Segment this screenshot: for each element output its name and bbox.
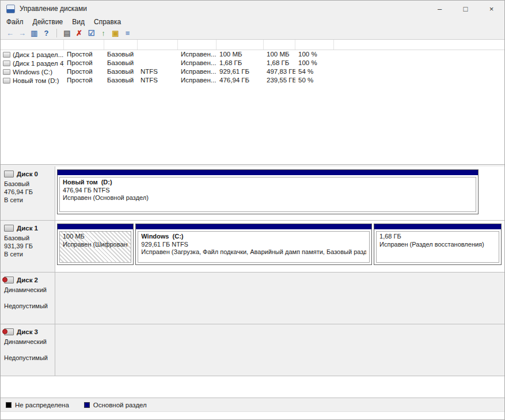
minimize-button[interactable]: – — [427, 1, 453, 17]
column-header[interactable] — [295, 40, 334, 50]
partition-text-line: Исправен (Загрузка, Файл подкачки, Авари… — [141, 248, 366, 256]
menu-item[interactable]: Справка — [89, 17, 126, 27]
cell-volume: (Диск 1 раздел 4) — [1, 59, 64, 67]
disk-row: Диск 0 Базовый 476,94 ГБ В сети Новый то… — [1, 167, 504, 221]
table-row[interactable]: Windows (C:) Простой Базовый NTFS Исправ… — [1, 67, 504, 76]
help-icon[interactable]: ? — [40, 28, 52, 39]
cell-capacity: 929,61 ГБ — [217, 67, 264, 76]
cell-status: Исправен... — [178, 50, 217, 59]
disk-status: Недопустимый — [4, 302, 52, 310]
extend-volume-icon[interactable]: ↑ — [97, 28, 109, 39]
legend-swatch — [84, 402, 90, 408]
disk-status: Недопустимый — [4, 354, 52, 362]
disk-list: Диск 0 Базовый 476,94 ГБ В сети Новый то… — [1, 167, 504, 376]
cell-volume: Windows (C:) — [1, 67, 64, 76]
cell-free-pct: 54 % — [295, 67, 334, 76]
cell-status: Исправен... — [178, 76, 217, 85]
disk-name: Диск 0 — [17, 171, 38, 177]
view-list-icon[interactable]: ≡ — [121, 28, 134, 39]
partition-band — [136, 224, 371, 229]
disk-kind: Динамический — [4, 338, 52, 346]
disk-info[interactable]: Диск 2 Динамический Недопустимый — [1, 273, 55, 324]
column-header[interactable] — [217, 40, 264, 50]
partition[interactable]: Windows (C:)929,61 ГБ NTFSИсправен (Загр… — [135, 224, 372, 265]
partition-text-line: Windows (C:) — [141, 233, 366, 241]
cell-capacity: 1,68 ГБ — [217, 59, 264, 67]
disk-info[interactable]: Диск 3 Динамический Недопустимый — [1, 324, 55, 376]
partition-band — [374, 224, 501, 229]
disk-icon — [4, 171, 14, 177]
cell-filesystem — [138, 50, 178, 59]
cell-volume: (Диск 1 раздел... — [1, 50, 64, 59]
disk-size: 931,39 ГБ — [4, 242, 52, 250]
partition[interactable]: 1,68 ГБИсправен (Раздел восстановления) — [374, 224, 502, 265]
title-bar[interactable]: Управление дисками – □ × — [1, 1, 504, 17]
volume-name: Новый том (D:) — [13, 77, 59, 84]
column-header[interactable] — [104, 40, 138, 50]
disk-info[interactable]: Диск 1 Базовый 931,39 ГБ В сети — [1, 221, 55, 272]
change-drive-letter-icon[interactable]: ▣ — [109, 28, 121, 39]
column-header[interactable] — [178, 40, 217, 50]
partition-lines: 100 МБИсправен (Шифрованный — [59, 231, 131, 263]
column-header[interactable] — [1, 40, 64, 50]
console-tree-icon[interactable]: ▥ — [28, 28, 40, 39]
toolbar-group-2: ▤✗☑↑▣≡ — [61, 28, 134, 39]
disk-name-row: Диск 3 — [4, 328, 52, 335]
maximize-button[interactable]: □ — [453, 1, 479, 17]
legend-bar: Не распределена Основной раздел — [1, 398, 504, 411]
cell-filesystem — [138, 59, 178, 67]
table-row[interactable]: Новый том (D:) Простой Базовый NTFS Испр… — [1, 76, 504, 85]
disk-row: Диск 1 Базовый 931,39 ГБ В сети 100 МБИс… — [1, 221, 504, 273]
partition-lines: 1,68 ГБИсправен (Раздел восстановления) — [376, 231, 499, 263]
column-header[interactable] — [138, 40, 178, 50]
disk-size — [4, 346, 52, 354]
disk-kind: Базовый — [4, 180, 52, 188]
close-button[interactable]: × — [479, 1, 504, 17]
partition[interactable]: 100 МБИсправен (Шифрованный — [57, 224, 134, 265]
back-icon[interactable]: ← — [4, 28, 16, 39]
table-row[interactable]: (Диск 1 раздел... Простой Базовый Исправ… — [1, 50, 504, 59]
disk-icon — [4, 277, 14, 283]
cell-free: 497,83 ГБ — [264, 67, 295, 76]
cell-layout: Простой — [64, 67, 104, 76]
menu-item[interactable]: Файл — [2, 17, 28, 27]
cell-capacity: 476,94 ГБ — [217, 76, 264, 85]
volume-table: (Диск 1 раздел... Простой Базовый Исправ… — [1, 40, 504, 164]
partition-lines: Новый том (D:)476,94 ГБ NTFSИсправен (Ос… — [59, 177, 476, 212]
properties-dialog-icon[interactable]: ▤ — [61, 28, 73, 39]
partition[interactable]: Новый том (D:)476,94 ГБ NTFSИсправен (Ос… — [57, 169, 479, 214]
delete-volume-icon[interactable]: ✗ — [73, 28, 85, 39]
menu-item[interactable]: Действие — [28, 17, 68, 27]
cell-free-pct: 100 % — [295, 59, 334, 67]
column-header[interactable] — [264, 40, 295, 50]
column-header[interactable] — [64, 40, 104, 50]
disk-size — [4, 294, 52, 302]
disk-error-icon — [2, 329, 7, 334]
partition-text-line: Исправен (Шифрованный — [63, 241, 128, 249]
toolbar: ←→▥? ▤✗☑↑▣≡ — [1, 27, 504, 40]
disk-icon — [4, 225, 14, 232]
cell-status: Исправен... — [178, 67, 217, 76]
toolbar-group-1: ←→▥? — [4, 28, 52, 39]
disk-info[interactable]: Диск 0 Базовый 476,94 ГБ В сети — [1, 167, 55, 220]
disk-management-window: Управление дисками – □ × ФайлДействиеВид… — [0, 0, 505, 420]
disk-graph: Диск 0 Базовый 476,94 ГБ В сети Новый то… — [1, 167, 504, 398]
disk-name-row: Диск 0 — [4, 171, 52, 177]
forward-icon[interactable]: → — [16, 28, 28, 39]
check-disk-icon[interactable]: ☑ — [85, 28, 97, 39]
disk-status: В сети — [4, 196, 52, 204]
disk-icon — [4, 328, 14, 335]
cell-free: 239,55 ГБ — [264, 76, 295, 85]
cell-free-pct: 50 % — [295, 76, 334, 85]
partition-area: 100 МБИсправен (Шифрованный Windows (C:)… — [55, 221, 504, 272]
cell-type: Базовый — [104, 67, 138, 76]
volume-name: (Диск 1 раздел... — [13, 51, 63, 58]
disk-kind: Базовый — [4, 234, 52, 242]
legend-swatch — [6, 402, 12, 408]
table-row[interactable]: (Диск 1 раздел 4) Простой Базовый Исправ… — [1, 59, 504, 67]
legend-item: Основной раздел — [84, 402, 147, 408]
menu-item[interactable]: Вид — [67, 17, 89, 27]
window-controls: – □ × — [427, 1, 504, 17]
cell-layout: Простой — [64, 50, 104, 59]
partition-band — [58, 224, 133, 229]
